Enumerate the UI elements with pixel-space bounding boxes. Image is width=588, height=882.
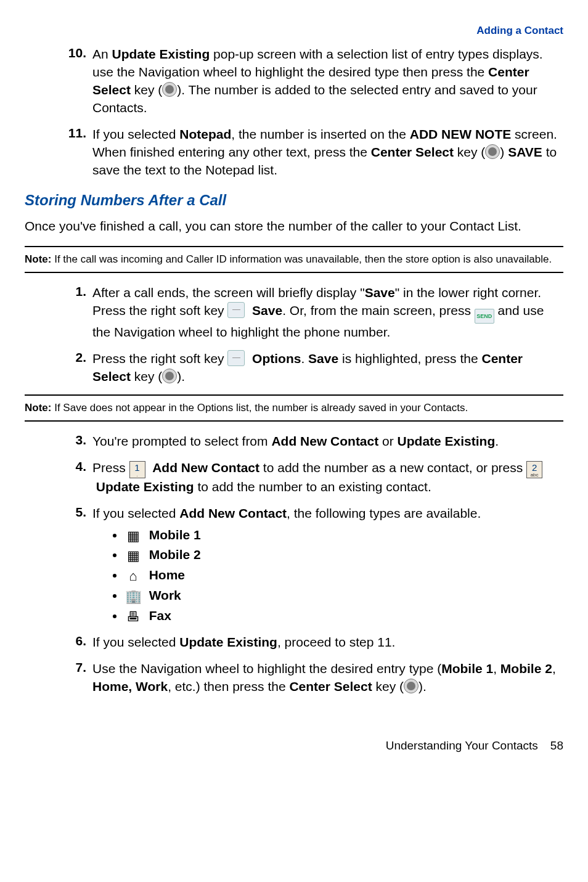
note-block-2: Note: If Save does not appear in the Opt…	[25, 394, 563, 422]
contact-type-list: ▦ Mobile 1 ▦ Mobile 2 ⌂ Home 🏢 Work 🖶 Fa…	[125, 526, 563, 626]
step-3: 3. You're prompted to select from Add Ne…	[92, 433, 563, 451]
text: key (	[131, 369, 162, 383]
header-section-link: Adding a Contact	[25, 25, 563, 37]
bold-text: Center Select	[371, 145, 454, 159]
mobile1-icon: ▦	[125, 529, 142, 543]
text: , the following types are available.	[287, 506, 481, 520]
step-text: If you selected Add New Contact, the fol…	[92, 505, 563, 626]
text: After a call ends, the screen will brief…	[92, 285, 365, 300]
note-block-1: Note: If the call was incoming and Calle…	[25, 246, 563, 273]
list-item: 🏢 Work	[125, 587, 563, 605]
list-item: 🖶 Fax	[125, 607, 563, 625]
bold-text: Options	[252, 351, 301, 365]
type-label: Mobile 1	[149, 528, 201, 542]
bold-text: Mobile 1	[441, 661, 493, 676]
step-7: 7. Use the Navigation wheel to highlight…	[92, 660, 563, 696]
center-select-key-icon	[485, 144, 500, 159]
step-text: Press the right soft key Options. Save i…	[92, 350, 563, 386]
step-text: Use the Navigation wheel to highlight th…	[92, 660, 563, 696]
step-1: 1. After a call ends, the screen will br…	[92, 284, 563, 341]
bold-text: Update Existing	[179, 635, 277, 649]
text: If the call was incoming and Caller ID i…	[54, 253, 552, 265]
bold-text: Add New Contact	[271, 434, 378, 448]
text: ).	[419, 679, 427, 693]
bold-text: SAVE	[508, 145, 542, 159]
section-heading: Storing Numbers After a Call	[25, 192, 563, 209]
type-label: Home	[149, 568, 185, 582]
bold-text: Update Existing	[112, 47, 210, 61]
note-label: Note:	[25, 402, 54, 414]
text: .	[495, 434, 499, 448]
list-item: ⌂ Home	[125, 566, 563, 584]
step-text: An Update Existing pop-up screen with a …	[92, 46, 563, 117]
type-label: Work	[149, 588, 181, 602]
step-number: 10.	[63, 46, 86, 60]
bold-text: Home, Work	[92, 679, 168, 693]
step-5: 5. If you selected Add New Contact, the …	[92, 505, 563, 626]
page-number: 58	[550, 739, 563, 752]
step-list-b: 1. After a call ends, the screen will br…	[92, 284, 563, 386]
key-sub: abc	[527, 473, 542, 478]
right-soft-key-icon	[227, 350, 245, 366]
step-number: 7.	[63, 660, 86, 675]
text: )	[500, 145, 508, 159]
text: key (	[454, 145, 485, 159]
type-label: Fax	[149, 608, 171, 623]
step-list-c: 3. You're prompted to select from Add Ne…	[92, 433, 563, 696]
text: An	[92, 47, 112, 61]
note-label: Note:	[25, 253, 54, 265]
text: Use the Navigation wheel to highlight th…	[92, 661, 441, 676]
step-list-a: 10. An Update Existing pop-up screen wit…	[92, 46, 563, 179]
step-number: 6.	[63, 634, 86, 648]
text: If you selected	[92, 127, 179, 141]
step-text: You're prompted to select from Add New C…	[92, 433, 563, 451]
step-11: 11. If you selected Notepad, the number …	[92, 126, 563, 179]
bold-text: Center Select	[289, 679, 372, 693]
intro-paragraph: Once you've finished a call, you can sto…	[25, 218, 563, 235]
text: .	[301, 351, 308, 365]
step-number: 2.	[63, 350, 86, 365]
step-number: 1.	[63, 284, 86, 299]
text: If you selected	[92, 506, 179, 520]
step-text: Press 1. Add New Contact to add the numb…	[92, 459, 563, 496]
send-key-icon: SEND	[475, 309, 494, 324]
text: ,	[552, 661, 556, 676]
bold-text: Save	[252, 303, 282, 317]
text: , proceed to step 11.	[277, 635, 395, 649]
text: ,	[493, 661, 500, 676]
key-sub: .	[130, 473, 145, 478]
bold-text: Add New Contact	[179, 506, 287, 520]
text: key (	[131, 83, 162, 97]
step-10: 10. An Update Existing pop-up screen wit…	[92, 46, 563, 117]
keypad-1-icon: 1.	[129, 461, 145, 478]
text: , the number is inserted on the	[231, 127, 410, 141]
bold-text: Update Existing	[398, 434, 496, 448]
center-select-key-icon	[162, 82, 177, 97]
bold-text: Add New Contact	[152, 460, 259, 475]
text: You're prompted to select from	[92, 434, 271, 448]
note-text: If the call was incoming and Caller ID i…	[54, 253, 552, 265]
text: , etc.) then press the	[168, 679, 289, 693]
text: Press the right soft key	[92, 351, 227, 365]
work-icon: 🏢	[125, 590, 142, 603]
step-6: 6. If you selected Update Existing, proc…	[92, 634, 563, 651]
text: If you selected	[92, 635, 179, 649]
chapter-title: Understanding Your Contacts	[386, 739, 538, 752]
step-text: If you selected Update Existing, proceed…	[92, 634, 563, 651]
page-footer: Understanding Your Contacts58	[25, 739, 563, 753]
text: . Or, from the main screen, press	[282, 303, 475, 317]
step-2: 2. Press the right soft key Options. Sav…	[92, 350, 563, 386]
step-4: 4. Press 1. Add New Contact to add the n…	[92, 459, 563, 496]
type-label: Mobile 2	[149, 547, 201, 561]
step-text: After a call ends, the screen will brief…	[92, 284, 563, 341]
text: Press	[92, 460, 129, 475]
right-soft-key-icon	[227, 302, 245, 318]
step-number: 3.	[63, 433, 86, 447]
note-text: If Save does not appear in the Options l…	[54, 402, 468, 414]
text: is highlighted, press the	[338, 351, 481, 365]
step-text: If you selected Notepad, the number is i…	[92, 126, 563, 179]
bold-text: ADD NEW NOTE	[410, 127, 512, 141]
step-number: 5.	[63, 505, 86, 520]
step-number: 4.	[63, 459, 86, 474]
step-number: 11.	[63, 126, 86, 141]
